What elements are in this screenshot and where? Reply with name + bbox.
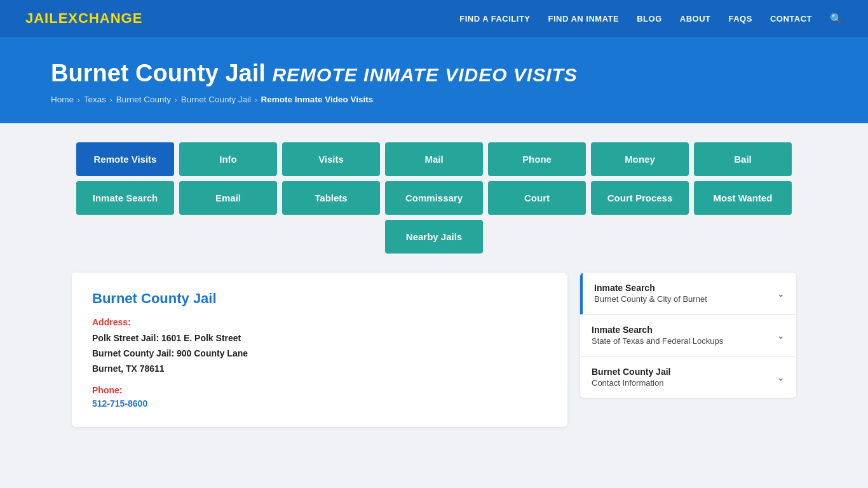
breadcrumb-burnet-county[interactable]: Burnet County xyxy=(116,95,171,104)
hero-section: Burnet County Jail REMOTE INMATE VIDEO V… xyxy=(0,37,868,123)
btn-most-wanted[interactable]: Most Wanted xyxy=(694,181,792,215)
sidebar-item-3-sub: Contact Information xyxy=(592,378,670,388)
phone-label: Phone: xyxy=(92,385,547,395)
sidebar-item-3-text: Burnet County Jail Contact Information xyxy=(592,367,670,388)
sidebar-item-2-sub: State of Texas and Federal Lockups xyxy=(592,336,723,346)
btn-nearby-jails[interactable]: Nearby Jails xyxy=(385,220,483,254)
address-label: Address: xyxy=(92,317,547,327)
logo[interactable]: JAILEXCHANGE xyxy=(25,10,142,27)
btn-phone[interactable]: Phone xyxy=(488,142,586,176)
main-nav: FIND A FACILITY FIND AN INMATE BLOG ABOU… xyxy=(459,13,843,25)
breadcrumb-home[interactable]: Home xyxy=(51,95,74,104)
btn-row-2: Inmate Search Email Tablets Commissary C… xyxy=(76,181,792,215)
btn-money[interactable]: Money xyxy=(591,142,689,176)
chevron-down-icon-1: ⌄ xyxy=(777,288,785,299)
btn-commissary[interactable]: Commissary xyxy=(385,181,483,215)
chevron-down-icon-3: ⌄ xyxy=(777,372,785,383)
address-line-2: Burnet County Jail: 900 County Lane xyxy=(92,348,248,358)
btn-email[interactable]: Email xyxy=(179,181,277,215)
sidebar-item-1-text: Inmate Search Burnet County & City of Bu… xyxy=(594,283,707,304)
search-icon[interactable]: 🔍 xyxy=(830,13,843,25)
sidebar-item-2-text: Inmate Search State of Texas and Federal… xyxy=(592,325,723,346)
btn-row-1: Remote Visits Info Visits Mail Phone Mon… xyxy=(76,142,792,176)
breadcrumb-burnet-jail[interactable]: Burnet County Jail xyxy=(181,95,251,104)
btn-inmate-search[interactable]: Inmate Search xyxy=(76,181,174,215)
chevron-down-icon-2: ⌄ xyxy=(777,330,785,341)
nav-blog[interactable]: BLOG xyxy=(637,14,662,24)
btn-visits[interactable]: Visits xyxy=(282,142,380,176)
sidebar-item-1-sub: Burnet County & City of Burnet xyxy=(594,294,707,304)
nav-find-inmate[interactable]: FIND AN INMATE xyxy=(548,14,620,24)
logo-exchange: EXCHANGE xyxy=(58,10,143,26)
btn-court-process[interactable]: Court Process xyxy=(591,181,689,215)
page-title: Burnet County Jail REMOTE INMATE VIDEO V… xyxy=(51,60,817,87)
breadcrumb: Home › Texas › Burnet County › Burnet Co… xyxy=(51,95,817,104)
sidebar-card: Inmate Search Burnet County & City of Bu… xyxy=(580,273,796,398)
address-line-3: Burnet, TX 78611 xyxy=(92,363,165,374)
btn-mail[interactable]: Mail xyxy=(385,142,483,176)
sidebar-item-2[interactable]: Inmate Search State of Texas and Federal… xyxy=(580,315,796,356)
info-card: Burnet County Jail Address: Polk Street … xyxy=(72,273,567,427)
btn-tablets[interactable]: Tablets xyxy=(282,181,380,215)
sidebar-item-3-title: Burnet County Jail xyxy=(592,367,670,377)
btn-row-3: Nearby Jails xyxy=(385,220,483,254)
breadcrumb-sep-4: › xyxy=(255,96,257,104)
phone-link[interactable]: 512-715-8600 xyxy=(92,398,147,409)
nav-faqs[interactable]: FAQs xyxy=(729,14,752,24)
btn-info[interactable]: Info xyxy=(179,142,277,176)
breadcrumb-texas[interactable]: Texas xyxy=(84,95,106,104)
sidebar-item-1[interactable]: Inmate Search Burnet County & City of Bu… xyxy=(580,273,796,315)
nav-find-facility[interactable]: FIND A FACILITY xyxy=(459,14,530,24)
bottom-section: Burnet County Jail Address: Polk Street … xyxy=(72,273,796,427)
breadcrumb-sep-2: › xyxy=(110,96,112,104)
breadcrumb-sep-1: › xyxy=(78,96,80,104)
nav-button-grid: Remote Visits Info Visits Mail Phone Mon… xyxy=(72,142,796,254)
sidebar-item-1-title: Inmate Search xyxy=(594,283,707,293)
btn-remote-visits[interactable]: Remote Visits xyxy=(76,142,174,176)
btn-bail[interactable]: Bail xyxy=(694,142,792,176)
sidebar-item-2-title: Inmate Search xyxy=(592,325,723,335)
jail-name-heading: Burnet County Jail xyxy=(92,290,547,307)
main-content: Remote Visits Info Visits Mail Phone Mon… xyxy=(59,123,809,452)
address-line-1: Polk Street Jail: 1601 E. Polk Street xyxy=(92,333,241,343)
logo-jail: JAIL xyxy=(25,10,58,26)
address-text: Polk Street Jail: 1601 E. Polk Street Bu… xyxy=(92,331,547,376)
sidebar-item-3[interactable]: Burnet County Jail Contact Information ⌄ xyxy=(580,356,796,398)
btn-court[interactable]: Court xyxy=(488,181,586,215)
header: JAILEXCHANGE FIND A FACILITY FIND AN INM… xyxy=(0,0,868,37)
breadcrumb-sep-3: › xyxy=(175,96,177,104)
nav-contact[interactable]: CONTACT xyxy=(770,14,812,24)
nav-about[interactable]: ABOUT xyxy=(680,14,711,24)
breadcrumb-current: Remote Inmate Video Visits xyxy=(261,95,374,104)
